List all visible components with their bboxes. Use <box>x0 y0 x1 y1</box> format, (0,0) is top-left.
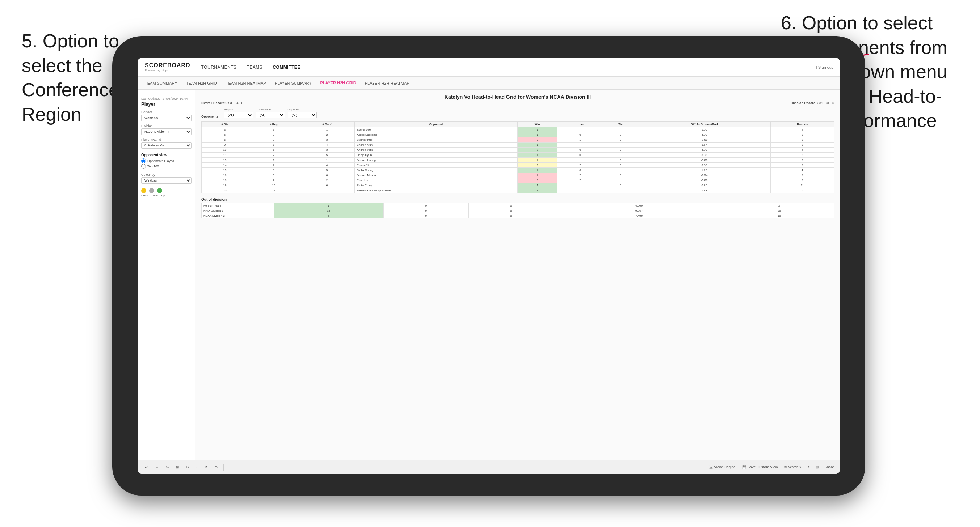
cell-reg: 2 <box>248 152 299 158</box>
cell-opponent: Jessica Mason <box>355 173 517 178</box>
cell-div: 13 <box>202 158 248 163</box>
toolbar-undo[interactable]: ↩ <box>143 464 149 470</box>
overall-record: Overall Record: 353 - 34 - 6 <box>201 101 243 105</box>
cell-loss: 0 <box>557 132 603 137</box>
toolbar-cut[interactable]: ✂ <box>185 464 191 470</box>
cell-win: 1 <box>517 158 557 163</box>
table-row: 20 11 7 Federica Domecq Lacroze 2 1 0 1.… <box>202 188 834 193</box>
cell-ood-win: 15 <box>274 208 384 213</box>
cell-ood-diff: 4.500 <box>554 203 724 208</box>
nav-teams[interactable]: TEAMS <box>247 63 263 71</box>
toolbar-back[interactable]: ← <box>153 464 160 470</box>
cell-rounds: 3 <box>771 132 834 137</box>
cell-ood-opponent: Foreign Team <box>202 203 274 208</box>
content-area: Katelyn Vo Head-to-Head Grid for Women's… <box>196 90 840 460</box>
toolbar-save-view[interactable]: 💾 Save Custom View <box>742 465 778 469</box>
toolbar-circle[interactable]: ⊙ <box>213 464 219 470</box>
last-updated-label: Last Updated: 27/03/2024 10:44 <box>141 97 191 100</box>
cell-conf: 6 <box>299 173 355 178</box>
dot-green <box>157 188 162 193</box>
colour-dots <box>141 188 191 193</box>
cell-diff: -5.00 <box>638 178 771 183</box>
cell-div: 6 <box>202 137 248 143</box>
sub-nav-player-h2h-heatmap[interactable]: PLAYER H2H HEATMAP <box>365 80 409 86</box>
logo-sub: Powered by clippd <box>145 69 191 72</box>
radio-group: Opponents Played Top 100 <box>141 159 191 168</box>
radio-top-100[interactable]: Top 100 <box>141 164 191 168</box>
region-filter-select[interactable]: (All) <box>224 112 253 118</box>
main-content: Last Updated: 27/03/2024 10:44 Player Ge… <box>138 90 840 460</box>
sub-nav-team-h2h-heatmap[interactable]: TEAM H2H HEATMAP <box>226 80 266 86</box>
col-rounds: Rounds <box>771 122 834 127</box>
cell-div: 3 <box>202 127 248 132</box>
nav-items: TOURNAMENTS TEAMS COMMITTEE <box>201 63 816 71</box>
dot-yellow <box>141 188 146 193</box>
ood-table-row: NCAA Division 2 5 0 0 7.400 10 <box>202 213 834 219</box>
toolbar-share[interactable]: Share <box>824 465 834 469</box>
opponent-filter-select[interactable]: (All) <box>288 112 317 118</box>
table-row: 14 7 4 Eunice Yi 2 2 0 0.38 9 <box>202 163 834 168</box>
toolbar-redo[interactable]: ↪ <box>164 464 170 470</box>
col-loss: Loss <box>557 122 603 127</box>
conference-filter-label: Conference <box>256 108 285 111</box>
cell-win: 1 <box>517 132 557 137</box>
cell-rounds: 4 <box>771 127 834 132</box>
sub-nav-player-summary[interactable]: PLAYER SUMMARY <box>275 80 312 86</box>
nav-committee[interactable]: COMMITTEE <box>273 63 301 71</box>
toolbar-watch[interactable]: 👁 Watch ▾ <box>784 465 802 469</box>
cell-ood-opponent: NAIA Division 1 <box>202 208 274 213</box>
toolbar-refresh[interactable]: ↺ <box>203 464 209 470</box>
cell-rounds: 11 <box>771 183 834 188</box>
toolbar-dot[interactable]: · <box>195 464 199 470</box>
division-record: Division Record: 331 - 34 - 6 <box>791 101 834 105</box>
opponent-view-section: Opponent view Opponents Played Top 100 <box>141 153 191 168</box>
cell-ood-loss: 0 <box>383 213 468 219</box>
cell-opponent: Jessica Huang <box>355 158 517 163</box>
cell-reg: 1 <box>248 158 299 163</box>
cell-conf: 3 <box>299 148 355 152</box>
sub-nav-team-h2h-grid[interactable]: TEAM H2H GRID <box>186 80 217 86</box>
cell-tie <box>603 178 638 183</box>
records-row: Overall Record: 353 - 34 - 6 Division Re… <box>201 101 834 105</box>
cell-rounds: 4 <box>771 148 834 152</box>
division-select[interactable]: NCAA Division III <box>141 129 191 135</box>
cell-opponent: Andrea York <box>355 148 517 152</box>
cell-div: 15 <box>202 168 248 173</box>
cell-loss <box>557 127 603 132</box>
sidebar: Last Updated: 27/03/2024 10:44 Player Ge… <box>138 90 196 460</box>
toolbar-expand[interactable]: ↗ <box>807 465 810 469</box>
cell-conf: 5 <box>299 168 355 173</box>
player-rank-select[interactable]: 8. Katelyn Vo <box>141 142 191 149</box>
cell-div: 20 <box>202 188 248 193</box>
cell-loss: 1 <box>557 183 603 188</box>
nav-tournaments[interactable]: TOURNAMENTS <box>201 63 237 71</box>
legend-up: Up <box>161 194 165 197</box>
cell-win: 2 <box>517 148 557 152</box>
cell-tie <box>603 152 638 158</box>
cell-div: 19 <box>202 183 248 188</box>
cell-loss: 2 <box>557 163 603 168</box>
cell-conf: 1 <box>299 158 355 163</box>
sub-nav-player-h2h-grid[interactable]: PLAYER H2H GRID <box>320 80 356 86</box>
colour-by-select[interactable]: Win/loss <box>141 177 191 184</box>
toolbar-grid2[interactable]: ⊞ <box>816 465 819 469</box>
conference-filter-group: Conference (All) <box>256 108 285 118</box>
cell-reg: 3 <box>248 127 299 132</box>
cell-opponent: Stella Cheng <box>355 168 517 173</box>
conference-filter-select[interactable]: (All) <box>256 112 285 118</box>
nav-sign-out[interactable]: | Sign out <box>816 65 833 70</box>
toolbar-view-original[interactable]: 🖼 View: Original <box>709 465 736 469</box>
radio-opponents-played[interactable]: Opponents Played <box>141 159 191 163</box>
cell-div: 14 <box>202 163 248 168</box>
cell-reg: 8 <box>248 168 299 173</box>
cell-div: 10 <box>202 148 248 152</box>
col-win: Win <box>517 122 557 127</box>
gender-select[interactable]: Women's <box>141 115 191 121</box>
toolbar-grid[interactable]: ⊞ <box>175 464 180 470</box>
cell-loss: 1 <box>557 137 603 143</box>
table-row: 6 3 3 Sydney Kuo 0 1 0 -1.00 3 <box>202 137 834 143</box>
cell-ood-rounds: 2 <box>724 203 834 208</box>
cell-diff: 4.00 <box>638 132 771 137</box>
cell-ood-tie: 0 <box>468 213 554 219</box>
sub-nav-team-summary[interactable]: TEAM SUMMARY <box>145 80 177 86</box>
